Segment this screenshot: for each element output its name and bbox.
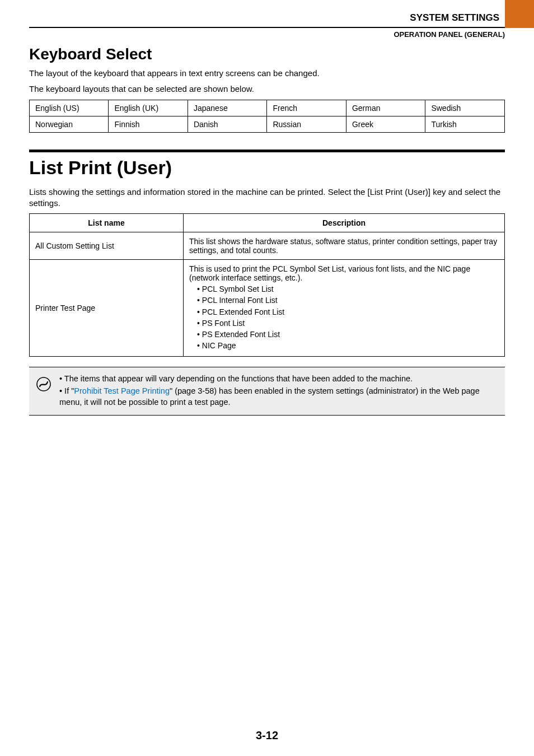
kb-cell: Russian	[267, 116, 346, 132]
kb-cell: English (US)	[30, 100, 109, 116]
col-header-name: List name	[30, 214, 184, 232]
keyboard-para-1: The layout of the keyboard that appears …	[29, 68, 505, 79]
header-accent-block	[505, 0, 534, 28]
kb-cell: Finnish	[109, 116, 188, 132]
kb-cell: Swedish	[425, 100, 505, 116]
note-text-pre: If "	[64, 386, 74, 395]
desc-bullets: PCL Symbol Set List PCL Internal Font Li…	[189, 283, 499, 352]
bullet-item: PS Font List	[197, 318, 499, 329]
list-name-cell: Printer Test Page	[30, 260, 184, 357]
kb-cell: English (UK)	[109, 100, 188, 116]
table-row: Norwegian Finnish Danish Russian Greek T…	[30, 116, 505, 132]
subsection-title: OPERATION PANEL (GENERAL)	[29, 30, 505, 39]
note-item: The items that appear will vary dependin…	[59, 373, 498, 384]
kb-cell: German	[346, 100, 425, 116]
kb-cell: Greek	[346, 116, 425, 132]
keyboard-layout-table: English (US) English (UK) Japanese Frenc…	[29, 100, 505, 133]
col-header-desc: Description	[184, 214, 505, 232]
bullet-item: NIC Page	[197, 340, 499, 351]
prohibit-test-page-link[interactable]: Prohibit Test Page Printing	[74, 386, 170, 395]
keyboard-select-heading: Keyboard Select	[29, 45, 505, 63]
keyboard-para-2: The keyboard layouts that can be selecte…	[29, 83, 505, 95]
section-title: SYSTEM SETTINGS	[29, 12, 505, 24]
kb-cell: Danish	[188, 116, 266, 132]
note-list: The items that appear will vary dependin…	[59, 373, 498, 409]
bullet-item: PCL Extended Font List	[197, 306, 499, 318]
table-row: Printer Test Page This is used to print …	[30, 260, 505, 357]
list-desc-cell: This list shows the hardware status, sof…	[184, 232, 505, 260]
kb-cell: Japanese	[188, 100, 266, 116]
note-icon	[36, 376, 51, 392]
section-divider	[29, 150, 505, 152]
bullet-item: PS Extended Font List	[197, 329, 499, 340]
list-name-cell: All Custom Setting List	[30, 232, 184, 260]
kb-cell: French	[267, 100, 346, 116]
list-print-table: List name Description All Custom Setting…	[29, 213, 505, 357]
list-desc-cell: This is used to print the PCL Symbol Set…	[184, 260, 505, 357]
list-print-intro: Lists showing the settings and informati…	[29, 186, 505, 209]
bullet-item: PCL Symbol Set List	[197, 283, 499, 295]
list-print-heading: List Print (User)	[29, 157, 505, 179]
table-row: English (US) English (UK) Japanese Frenc…	[30, 100, 505, 116]
kb-cell: Norwegian	[30, 116, 109, 132]
bullet-item: PCL Internal Font List	[197, 295, 499, 306]
page-header: SYSTEM SETTINGS	[29, 12, 505, 28]
kb-cell: Turkish	[425, 116, 505, 132]
note-box: The items that appear will vary dependin…	[29, 367, 505, 416]
desc-intro: This is used to print the PCL Symbol Set…	[189, 264, 470, 282]
table-header-row: List name Description	[30, 214, 505, 232]
note-item: If "Prohibit Test Page Printing" (page 3…	[59, 385, 498, 408]
table-row: All Custom Setting List This list shows …	[30, 232, 505, 260]
page-number: 3-12	[29, 729, 505, 742]
